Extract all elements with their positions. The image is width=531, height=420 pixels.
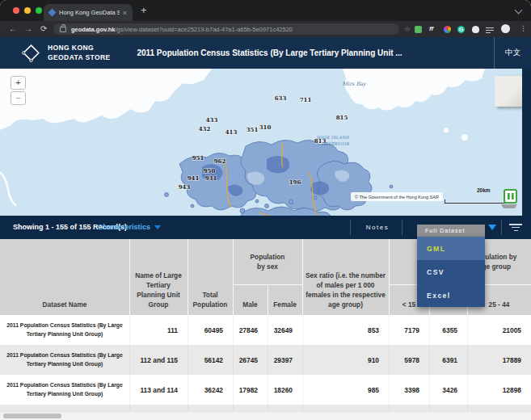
reading-list-icon[interactable] [486,27,494,33]
map-zoom-out-button[interactable]: − [11,91,26,105]
map-unit-label: 943 [179,183,191,191]
map-zoom-in-button[interactable]: + [11,76,26,90]
horizontal-scrollbar[interactable] [0,411,531,420]
map-unit-label: 711 [300,96,312,103]
tab-close-icon[interactable]: × [123,9,127,17]
extension-icon-paw[interactable] [472,26,479,33]
map-unit-label: 433 [206,116,218,124]
cell-value: 29397 [268,345,302,375]
site-header: HONG KONG GEODATA STORE 2011 Population … [0,37,531,69]
col-header-dataset-name: Dataset Name [0,300,129,309]
map-canvas[interactable]: 4334324133513106337118158139519629509419… [0,69,531,216]
back-icon[interactable]: ← [9,24,17,34]
reload-icon[interactable]: ⟳ [40,24,47,34]
map-unit-label: 633 [275,94,287,102]
cell-dataset-name: 2011 Population Census Statistics (By La… [0,345,129,375]
extension-icon-ff[interactable]: ff [429,25,433,32]
cell-value: 853 [302,315,389,345]
col-header-total: Total Population [189,290,231,309]
map-side-strip [522,69,531,216]
characteristics-dropdown[interactable]: Characteristics [98,223,161,231]
url-domain: geodata.gov.hk [71,26,115,33]
map-place-label: RESERVOIR [322,141,350,146]
cell-dataset-name: 2011 Population Census Statistics (By La… [0,315,129,345]
address-bar[interactable]: geodata.gov.hk/gs/view-dataset?uuid=ace2… [53,23,399,35]
page-title: 2011 Population Census Statistics (By La… [97,37,442,69]
full-dataset-select[interactable]: Full Dataset [417,225,485,237]
download-option-excel[interactable]: Excel [417,284,485,307]
col-header-female: Female [268,300,302,309]
cell-value: 985 [302,375,389,405]
profile-avatar[interactable] [501,24,510,33]
map-unit-label: 432 [199,125,211,132]
map-unit-label: 196 [289,178,301,186]
extension-icon-grammarly[interactable]: G [457,26,465,33]
close-window-button[interactable] [13,7,19,14]
chevron-down-icon [154,225,161,229]
dataset-select-caret-icon[interactable] [488,225,496,230]
browser-tab[interactable]: Hong Kong GeoData Store × [44,4,133,21]
chrome-tab-bar: Hong Kong GeoData Store × + [0,0,531,21]
map-attribution: © The Government of the Hong Kong SAR [351,192,443,201]
table-row[interactable]: 2011 Population Census Statistics (By La… [0,315,531,345]
notes-button[interactable]: Notes [354,224,401,231]
col-header-sex-ratio: Sex ratio (i.e. the number of males per … [303,271,388,309]
extension-icon-colorwheel[interactable] [444,26,451,33]
download-option-gml[interactable]: GML [417,237,485,260]
table-row[interactable]: 2011 Population Census Statistics (By La… [0,345,531,375]
extension-icon-green[interactable] [415,26,422,33]
cell-value: 17889 [467,345,531,375]
overview-map-inset[interactable] [495,76,522,107]
table-row[interactable]: 2011 Population Census Statistics (By La… [0,375,531,405]
forward-icon[interactable]: → [24,24,32,34]
cell-value: 56142 [188,345,233,375]
col-header-male: Male [233,300,268,309]
cell-value: 21005 [467,315,531,345]
cell-value: 6355 [429,315,467,345]
minimize-window-button[interactable] [24,7,31,14]
cell-value: 60495 [188,315,233,345]
cell-value: 112 and 115 [129,345,188,375]
horizontal-scrollbar-thumb[interactable] [3,414,61,418]
cell-value: 17982 [233,375,268,405]
toolbar-divider [501,220,502,235]
cell-value: 26745 [233,345,268,375]
cell-dataset-name: 2011 Population Census Statistics (By La… [0,375,129,405]
bookmark-star-icon[interactable]: ☆ [404,25,411,33]
lock-icon [60,27,66,32]
map-unit-label: 351 [247,126,259,133]
col-header-group: Name of Large Tertiary Planning Unit Gro… [133,271,184,309]
cell-value: 5978 [389,345,429,375]
cell-value: 111 [129,315,188,345]
map-place-label: HIGH ISLAND [317,135,350,140]
map-unit-label: 310 [259,124,272,131]
tab-title: Hong Kong GeoData Store [59,9,120,16]
cell-value: 27846 [233,315,268,345]
map-unit-label: 413 [225,128,238,136]
cell-value: 12898 [467,375,531,405]
tab-favicon [48,9,57,17]
tab-overflow-chevron-icon[interactable] [515,6,523,15]
cell-value: 36242 [188,375,233,405]
map-unit-label: 931 [205,174,217,182]
browser-menu-icon[interactable]: ⋮ [520,24,527,32]
map-scale-label: 20km [477,187,491,193]
table-body: 2011 Population Census Statistics (By La… [0,315,531,420]
cell-value: 7179 [389,315,429,345]
cell-value: 18260 [268,375,302,405]
map-unit-label: 962 [214,158,226,165]
filter-icon[interactable] [508,224,523,233]
new-tab-button[interactable]: + [141,6,147,15]
cell-value: 3398 [389,375,429,405]
logo-diamond-icon [21,43,41,63]
browser-window: Hong Kong GeoData Store × + ← → ⟳ geodat… [0,0,531,420]
map-unit-label: 815 [336,114,348,121]
maximize-window-button[interactable] [36,7,42,14]
map-unit-label: 951 [192,154,204,162]
characteristics-label: Characteristics [98,223,150,231]
language-toggle-button[interactable]: 中文 [494,37,531,69]
download-option-csv[interactable]: CSV [417,260,485,284]
group-header-by-sex: Population by sex [247,252,288,271]
cell-value: 113 and 114 [129,375,188,405]
lands-department-logo [496,187,522,209]
